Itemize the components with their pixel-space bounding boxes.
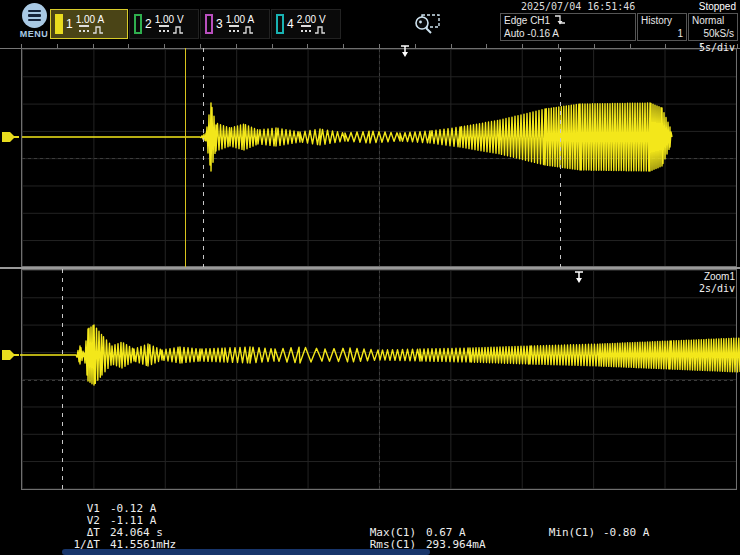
menu-label: MENU <box>14 29 54 39</box>
channel-2-box[interactable]: 2 1.00 V <box>129 9 199 39</box>
dc-coupling-icon <box>79 25 89 34</box>
probe-icon <box>243 26 254 34</box>
ch1-position-marker[interactable] <box>1 129 19 145</box>
zoom-timebase-readout: 2s/div <box>699 283 735 295</box>
channel-4-number: 4 <box>287 17 294 31</box>
channel-2-scale: 1.00 V <box>155 14 184 25</box>
history-label: History <box>641 15 683 26</box>
zoom-trigger-position-marker <box>573 271 585 284</box>
trigger-slope-icon <box>554 15 566 26</box>
time-cursor-2[interactable] <box>560 48 561 267</box>
min-c1-value: -0.80 A <box>603 527 649 539</box>
center-gridline-vertical <box>379 49 380 266</box>
zoom-pane-label: Zoom1 <box>699 271 735 283</box>
zoom-waveform-pane <box>21 269 737 490</box>
dc-coupling-icon <box>301 25 311 34</box>
history-value: 1 <box>641 28 683 39</box>
oscilloscope-screen: MENU 1 1.00 A 2 1.00 V 3 1.00 A <box>0 0 740 555</box>
auto-measurements-right: Min(C1) -0.80 A <box>543 527 649 539</box>
main-timebase-readout: 5s/div <box>699 42 735 53</box>
trigger-level: Auto -0.16 A <box>504 28 632 39</box>
min-c1-label: Min(C1) <box>543 527 595 539</box>
zoom-time-cursor[interactable] <box>62 269 63 490</box>
channel-4-color-bar <box>276 14 284 34</box>
trigger-mode: Edge CH1 <box>504 15 550 26</box>
dc-coupling-icon <box>229 25 239 34</box>
channel-3-scale: 1.00 A <box>226 14 254 25</box>
channel-3-box[interactable]: 3 1.00 A <box>200 9 270 39</box>
channel-3-color-bar <box>205 14 213 34</box>
rms-c1-value: 293.964mA <box>426 539 486 551</box>
channel-1-color-bar <box>55 14 63 34</box>
zoom-search-icon[interactable] <box>412 12 442 40</box>
probe-icon <box>173 26 184 34</box>
channel-1-number: 1 <box>66 17 73 31</box>
ch1-zoom-position-marker[interactable] <box>1 347 19 363</box>
probe-icon <box>93 26 104 34</box>
acquisition-mode: Normal <box>692 15 734 26</box>
measurement-row: Min(C1) -0.80 A <box>543 527 649 539</box>
channel-1-scale: 1.00 A <box>76 14 104 25</box>
trigger-settings-box[interactable]: Edge CH1 Auto -0.16 A <box>500 13 636 41</box>
channel-2-color-bar <box>134 14 142 34</box>
time-cursor-1[interactable] <box>203 48 204 267</box>
acquisition-mode-box[interactable]: Normal 50kS/s <box>688 13 738 41</box>
acquisition-status: Stopped <box>699 1 736 12</box>
sample-rate: 50kS/s <box>692 28 734 39</box>
bottom-scroll-indicator[interactable] <box>62 549 430 555</box>
channel-4-box[interactable]: 4 2.00 V <box>271 9 341 39</box>
datetime: 2025/07/04 16:51:46 <box>521 1 635 12</box>
main-waveform-pane <box>21 48 737 267</box>
channel-1-box[interactable]: 1 1.00 A <box>50 9 128 39</box>
auto-measurements-center: Max(C1) 0.67 A Rms(C1) 293.964mA <box>352 527 486 551</box>
trigger-position-marker <box>399 45 411 58</box>
history-box[interactable]: History 1 <box>637 13 687 41</box>
channel-4-scale: 2.00 V <box>297 14 326 25</box>
probe-icon <box>315 26 326 34</box>
channel-2-number: 2 <box>145 17 152 31</box>
menu-icon <box>22 3 47 28</box>
dc-coupling-icon <box>159 25 169 34</box>
zoom-position-cursor[interactable] <box>185 48 186 267</box>
channel-3-number: 3 <box>216 17 223 31</box>
cursor-measurements: V1 -0.12 A V2 -1.11 A ΔT 24.064 s 1/ΔT 4… <box>58 503 176 551</box>
center-gridline-vertical <box>379 270 380 489</box>
menu-button[interactable]: MENU <box>14 3 54 39</box>
